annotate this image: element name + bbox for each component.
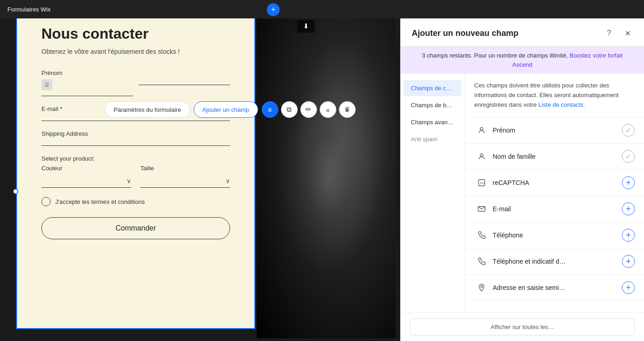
nav-item-advanced[interactable]: Champs avan… <box>403 114 462 130</box>
panel-body: Champs de c… Champs de b… Champs avan… A… <box>401 74 644 312</box>
download-button[interactable]: ⬇ <box>297 20 315 33</box>
jazz-photo <box>257 18 396 338</box>
terms-checkbox[interactable] <box>41 197 51 206</box>
email-icon <box>474 202 489 216</box>
contacts-link[interactable]: Liste de contacts. <box>538 101 585 108</box>
field-add-adresse[interactable]: + <box>622 281 635 294</box>
person-icon-prenom <box>474 123 489 138</box>
shipping-input[interactable] <box>41 140 230 146</box>
terms-label: J'accepte les termes et conditions <box>55 198 145 205</box>
plus-icon: + <box>271 5 276 15</box>
nav-item-basic[interactable]: Champs de b… <box>403 97 462 113</box>
show-all-button[interactable]: Afficher sur toutes les… <box>410 318 635 335</box>
couleur-label: Couleur <box>41 165 131 172</box>
field-item-telephone[interactable]: Téléphone + <box>465 222 644 249</box>
add-field-panel: Ajouter un nouveau champ ? ✕ 3 champs re… <box>400 18 644 341</box>
field-add-email[interactable]: + <box>622 202 635 215</box>
field-label-prenom: Prénom <box>489 127 622 134</box>
upgrade-banner: 3 champs restants. Pour un nombre de cha… <box>401 46 644 74</box>
svg-point-1 <box>480 154 483 156</box>
svg-text:rPH: rPH <box>480 182 484 185</box>
copy-icon: ⧉ <box>287 105 292 114</box>
product-selects: Couleur ∨ Taille ∨ <box>41 165 230 188</box>
download-icon: ⬇ <box>303 22 309 30</box>
nav-item-contact[interactable]: Champs de c… <box>403 80 462 96</box>
field-check-prenom[interactable]: ✓ <box>622 124 635 137</box>
submit-button[interactable]: Commander <box>41 217 230 239</box>
field-item-adresse[interactable]: Adresse en saisie semi… + <box>465 275 644 301</box>
panel-header: Ajouter un nouveau champ ? ✕ <box>401 18 644 46</box>
phone-icon-indicatif <box>474 254 489 269</box>
product-section: Select your product: Couleur ∨ Taille ∨ <box>41 155 230 188</box>
form-toolbar: Paramètres du formulaire Ajouter un cham… <box>105 101 358 118</box>
add-element-button[interactable]: + <box>267 3 280 16</box>
help-button[interactable]: ? <box>604 28 615 39</box>
field-add-recaptcha[interactable]: + <box>622 176 635 189</box>
terms-checkbox-row: J'accepte les termes et conditions <box>41 197 230 206</box>
params-button[interactable]: Paramètres du formulaire <box>105 101 190 118</box>
phone-icon-tel <box>474 228 489 243</box>
chevron-down-icon-2: ∨ <box>225 177 230 185</box>
copy-icon-button[interactable]: ⧉ <box>281 101 298 118</box>
prenom-label: Prénom <box>41 69 230 76</box>
add-field-button[interactable]: Ajouter un champ <box>194 101 258 118</box>
shipping-field: Shipping Address <box>41 130 230 146</box>
prenom-input[interactable] <box>41 90 133 96</box>
field-label-adresse: Adresse en saisie semi… <box>489 284 622 291</box>
couleur-field: Couleur ∨ <box>41 165 131 188</box>
field-label-recaptcha: reCAPTCHA <box>489 179 622 186</box>
form-subtitle: Obtenez le vôtre avant l'épuisement des … <box>41 47 230 57</box>
recaptcha-icon: rPH <box>474 175 489 190</box>
close-panel-button[interactable]: ✕ <box>622 28 633 39</box>
field-label-telephone-indicatif: Téléphone et indicatif d… <box>489 258 622 265</box>
question-icon: ? <box>607 29 611 37</box>
field-description: Ces champs doivent être utilisés pour co… <box>465 74 644 117</box>
prenom-field: Prénom ☰ <box>41 69 230 96</box>
back-icon-button[interactable]: « <box>320 101 336 118</box>
layers-icon-button[interactable]: ≡ <box>262 101 278 118</box>
shipping-label: Shipping Address <box>41 130 230 137</box>
banner-text: 3 champs restants. Pour un nombre de cha… <box>422 52 569 59</box>
svg-point-5 <box>481 286 483 288</box>
field-label-email: E-mail <box>489 205 622 213</box>
panel-header-icons: ? ✕ <box>604 28 633 39</box>
form-container: Nous contacter Obtenez le vôtre avant l'… <box>16 7 255 329</box>
field-label-nom: Nom de famille <box>489 153 622 160</box>
field-item-recaptcha[interactable]: rPH reCAPTCHA + <box>465 170 644 196</box>
nom-input[interactable] <box>138 79 230 85</box>
location-icon <box>474 280 489 295</box>
layers-icon: ≡ <box>268 106 272 114</box>
field-item-telephone-indicatif[interactable]: Téléphone et indicatif d… + <box>465 249 644 275</box>
crown-icon: ♛ <box>344 105 350 114</box>
svg-point-0 <box>480 127 483 130</box>
resize-handle-left[interactable] <box>13 189 18 194</box>
field-add-telephone[interactable]: + <box>622 229 635 242</box>
field-item-nom[interactable]: Nom de famille ✓ <box>465 144 644 170</box>
fields-list: Ces champs doivent être utilisés pour co… <box>465 74 644 312</box>
pencil-icon: ✏ <box>305 105 311 114</box>
couleur-select[interactable]: ∨ <box>41 174 131 188</box>
product-label: Select your product: <box>41 155 230 162</box>
form-title: Nous contacter <box>41 25 230 42</box>
taille-select[interactable]: ∨ <box>140 174 230 188</box>
panel-footer: Afficher sur toutes les… <box>401 312 644 341</box>
field-item-email[interactable]: E-mail + <box>465 196 644 222</box>
id-card-icon: ☰ <box>41 79 52 90</box>
top-bar: Formulaires Wix <box>0 0 644 18</box>
back-icon: « <box>326 106 329 114</box>
crown-icon-button[interactable]: ♛ <box>339 101 356 118</box>
field-check-nom[interactable]: ✓ <box>622 150 635 163</box>
panel-nav: Champs de c… Champs de b… Champs avan… A… <box>401 74 465 312</box>
app-title: Formulaires Wix <box>7 6 51 13</box>
taille-label: Taille <box>140 165 230 172</box>
edit-icon-button[interactable]: ✏ <box>300 101 317 118</box>
field-item-prenom[interactable]: Prénom ✓ <box>465 117 644 144</box>
panel-title: Ajouter un nouveau champ <box>412 29 518 38</box>
close-icon: ✕ <box>625 29 631 38</box>
chevron-down-icon: ∨ <box>126 177 131 185</box>
field-label-telephone: Téléphone <box>489 231 622 239</box>
taille-field: Taille ∨ <box>140 165 230 188</box>
nav-item-antispam[interactable]: Anti spam <box>403 131 462 147</box>
person-icon-nom <box>474 149 489 164</box>
field-add-telephone-indicatif[interactable]: + <box>622 255 635 268</box>
